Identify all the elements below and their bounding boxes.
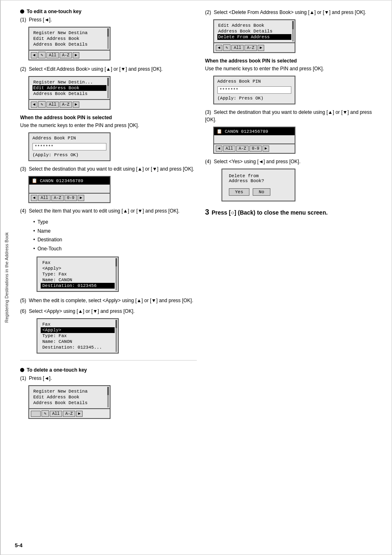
scroll-indicator (107, 28, 109, 49)
fax-item: Destination: 012345... (41, 345, 115, 350)
fax-item: Fax (41, 260, 115, 266)
menu-item: Edit Address Book (32, 36, 106, 42)
right-canon-screen: 📋 CANON 0123456789 (213, 127, 295, 144)
page-container: Registering Destinations in the Address … (0, 0, 392, 555)
step-5: (5) When the edit is complete, select <A… (20, 297, 197, 304)
nav-edit[interactable]: ✎ (42, 410, 49, 417)
nav-right[interactable]: ► (73, 102, 79, 108)
fax-item: <Apply> (41, 266, 115, 271)
canon-row: 📋 CANON 0123456789 (29, 177, 110, 185)
nav-right[interactable]: ► (258, 45, 264, 51)
canon-icon: 📋 (32, 178, 37, 183)
del-step1-screen-wrapper: Register New Destina Edit Address Book A… (28, 385, 197, 419)
scroll-bar (115, 258, 117, 266)
step1-text: (1) Press [◄]. (20, 16, 197, 23)
nav-09[interactable]: 0-9 (249, 146, 262, 152)
nav-az[interactable]: A-Z (60, 102, 72, 108)
right-step4-desc: Select <Yes> using [◄] and press [OK]. (214, 159, 300, 164)
right-step3-screen-container: 📋 CANON 0123456789 ◄ All A-Z 0-9 ► (213, 127, 382, 154)
scroll-indicator (107, 78, 109, 98)
step3-screen-container: 📋 CANON 0123456789 ◄ All A-Z 0-9 ► (28, 176, 197, 203)
step4-screen-container: Fax <Apply> Type: Fax Name: CANON Destin… (28, 257, 197, 292)
bullet-icon (20, 9, 24, 14)
nav-all[interactable]: All (223, 146, 235, 152)
right-step4-text: (4) Select <Yes> using [◄] and press [OK… (205, 158, 382, 165)
nav-edit[interactable]: ✎ (38, 101, 46, 108)
nav-right[interactable]: ► (263, 146, 269, 152)
scroll-bar (107, 78, 109, 86)
nav-all[interactable]: All (46, 52, 59, 58)
right-pin-section: When the address book PIN is selected Us… (205, 58, 382, 104)
nav-all[interactable]: All (46, 102, 59, 108)
nav-all[interactable]: All (231, 45, 244, 51)
right-step4-screen-container: Delete from Address Book? Yes No (213, 169, 382, 201)
bullet-dest: Destination (33, 236, 197, 245)
step2-screen-wrapper: Register New Destin... Edit Address Book… (28, 76, 197, 110)
del-step1-num: (1) (20, 375, 26, 381)
nav-left[interactable]: ◄ (31, 52, 37, 58)
right-step2-screen: Edit Address Book Address Book Details D… (213, 19, 295, 43)
pin-title: When the address book PIN is selected (20, 115, 197, 120)
step6-num: (6) (20, 308, 26, 314)
step2-nav: ◄ ✎ All A-Z ► (28, 100, 111, 110)
menu-item: Address Book Details (32, 400, 106, 406)
pin-value: ******* (32, 143, 106, 150)
nav-az[interactable]: A-Z (63, 411, 75, 417)
nav-all[interactable]: All (50, 411, 62, 417)
step3-desc: Select the destination that you want to … (29, 166, 194, 172)
pin-screen: Address Book PIN ******* (Apply: Press O… (28, 132, 111, 161)
side-tab: Registering Destinations in the Address … (0, 0, 12, 555)
edit-title-text: To edit a one-touch key (27, 9, 81, 14)
nav-az[interactable]: A-Z (244, 45, 257, 51)
nav-az[interactable]: A-Z (236, 146, 249, 152)
nav-left[interactable]: ◄ (31, 102, 37, 108)
delete-section-title: To delete a one-touch key (20, 367, 197, 373)
right-step3-text: (3) Select the destination that you want… (205, 109, 382, 123)
right-step2-text: (2) Select <Delete From Address Book> us… (205, 9, 382, 16)
step4-num: (4) (20, 208, 26, 214)
nav-right[interactable]: ► (73, 52, 79, 58)
nav-all[interactable]: All (38, 195, 51, 201)
step6-desc: Select <Apply> using [▲] or [▼] and pres… (29, 308, 134, 314)
step1-screen-wrapper: Register New Destina Edit Address Book A… (28, 27, 197, 60)
nav-edit[interactable]: ✎ (38, 52, 46, 58)
nav-az[interactable]: A-Z (60, 52, 72, 58)
nav-az[interactable]: A-Z (51, 195, 64, 201)
page-number: 5-4 (15, 542, 23, 548)
yes-button[interactable]: Yes (229, 188, 249, 196)
nav-left[interactable]: ◄ (31, 195, 37, 201)
scroll-bar (115, 320, 117, 328)
nav-empty[interactable] (31, 411, 41, 417)
nav-09[interactable]: 0-9 (65, 195, 77, 201)
step1-desc: Press [◄]. (29, 17, 52, 23)
del-step1-desc: Press [◄]. (29, 375, 52, 381)
bullet-name: Name (33, 227, 197, 236)
fax-item: Type: Fax (41, 333, 115, 339)
divider (20, 360, 197, 361)
nav-right[interactable]: ► (78, 195, 84, 201)
bullet-type: Type (33, 218, 197, 227)
right-canon-nav: ◄ All A-Z 0-9 ► (213, 144, 295, 154)
step4-desc: Select the item that you want to edit us… (29, 208, 180, 214)
nav-left[interactable]: ◄ (216, 146, 222, 152)
right-pin-screen-container: Address Book PIN ******* (Apply: Press O… (213, 76, 382, 104)
step3-main-num: 3 (205, 208, 209, 217)
confirm-line2: Address Book? (229, 178, 288, 183)
step5-desc: When the edit is complete, select <Apply… (29, 298, 193, 303)
right-pin-screen: Address Book PIN ******* (Apply: Press O… (213, 76, 295, 104)
step1-screen: Register New Destina Edit Address Book A… (28, 27, 111, 51)
right-step3-desc: Select the destination that you want to … (205, 109, 372, 123)
menu-item: Edit Address Book (217, 23, 291, 28)
del-step-1: (1) Press [◄]. Register New Destina Edit… (20, 375, 197, 419)
no-button[interactable]: No (253, 188, 270, 196)
nav-right[interactable]: ► (76, 411, 83, 417)
scroll-bar (107, 28, 109, 37)
canon-screen: 📋 CANON 0123456789 (28, 176, 111, 194)
right-step2-desc: Select <Delete From Address Book> using … (214, 9, 366, 15)
scroll-indicator (107, 387, 109, 407)
nav-edit[interactable]: ✎ (223, 44, 231, 51)
nav-left[interactable]: ◄ (216, 45, 222, 51)
step5-num: (5) (20, 298, 26, 303)
fax-item: Name: CANON (41, 277, 115, 283)
right-step2-screen-wrapper: Edit Address Book Address Book Details D… (213, 19, 382, 53)
